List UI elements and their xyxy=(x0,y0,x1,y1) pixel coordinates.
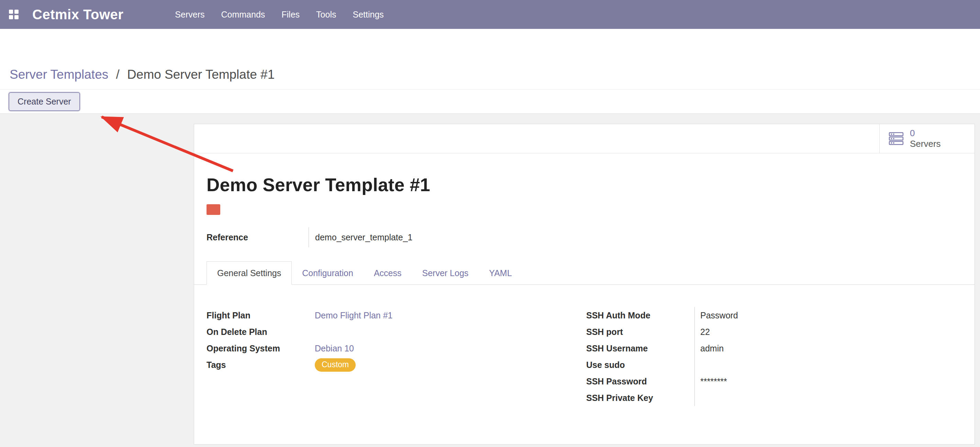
card-header: 0 Servers xyxy=(194,124,975,153)
reference-value: demo_server_template_1 xyxy=(309,227,413,247)
servers-count-label: Servers xyxy=(910,139,941,149)
menu-files[interactable]: Files xyxy=(282,10,300,19)
menu-commands[interactable]: Commands xyxy=(221,10,265,19)
tab-server-logs[interactable]: Server Logs xyxy=(412,261,479,285)
tab-access[interactable]: Access xyxy=(364,261,412,285)
ssh-password-value: ******** xyxy=(694,373,797,390)
main-menu: Servers Commands Files Tools Settings xyxy=(175,10,383,19)
create-server-button[interactable]: Create Server xyxy=(9,92,80,111)
field-ssh-password: SSH Password ******** xyxy=(586,373,797,390)
flight-plan-link[interactable]: Demo Flight Plan #1 xyxy=(315,307,393,324)
field-ssh-private-key: SSH Private Key xyxy=(586,390,797,406)
field-use-sudo: Use sudo xyxy=(586,356,797,373)
tab-general-settings[interactable]: General Settings xyxy=(207,261,292,285)
top-navbar: Cetmix Tower Servers Commands Files Tool… xyxy=(0,0,980,29)
field-label: Use sudo xyxy=(586,360,694,370)
field-tags: Tags Custom xyxy=(207,356,393,373)
field-label: SSH Private Key xyxy=(586,393,694,403)
action-bar: Create Server xyxy=(0,89,980,114)
field-label: SSH port xyxy=(586,327,694,337)
field-label: SSH Auth Mode xyxy=(586,310,694,321)
page-title: Demo Server Template #1 xyxy=(207,174,430,195)
field-label: SSH Username xyxy=(586,343,694,353)
breadcrumb-current: Demo Server Template #1 xyxy=(127,67,275,81)
breadcrumb-parent-link[interactable]: Server Templates xyxy=(10,67,108,81)
field-label: Operating System xyxy=(207,343,315,353)
reference-field: Reference demo_server_template_1 xyxy=(207,227,413,247)
apps-grid-icon[interactable] xyxy=(9,10,19,19)
field-label: Tags xyxy=(207,360,315,370)
reference-label: Reference xyxy=(207,232,309,243)
ssh-username-value: admin xyxy=(694,340,797,356)
menu-tools[interactable]: Tools xyxy=(316,10,336,19)
template-color-swatch[interactable] xyxy=(207,204,220,215)
field-label: SSH Password xyxy=(586,377,694,386)
field-group-left: Flight Plan Demo Flight Plan #1 On Delet… xyxy=(207,307,393,373)
breadcrumb-separator: / xyxy=(116,67,119,81)
servers-stack-icon xyxy=(889,132,904,145)
control-panel: Server Templates / Demo Server Template … xyxy=(0,29,980,89)
field-label: On Delete Plan xyxy=(207,327,315,337)
servers-stat-button[interactable]: 0 Servers xyxy=(879,124,975,153)
breadcrumb: Server Templates / Demo Server Template … xyxy=(10,67,275,82)
ssh-private-key-value xyxy=(694,390,797,406)
brand-title[interactable]: Cetmix Tower xyxy=(32,7,123,22)
field-label: Flight Plan xyxy=(207,310,315,321)
field-group-right: SSH Auth Mode Password SSH port 22 SSH U… xyxy=(586,307,797,406)
field-on-delete-plan: On Delete Plan xyxy=(207,324,393,340)
operating-system-link[interactable]: Debian 10 xyxy=(315,340,354,356)
field-ssh-port: SSH port 22 xyxy=(586,324,797,340)
field-flight-plan: Flight Plan Demo Flight Plan #1 xyxy=(207,307,393,324)
tab-configuration[interactable]: Configuration xyxy=(292,261,364,285)
menu-settings[interactable]: Settings xyxy=(353,10,383,19)
use-sudo-value xyxy=(694,356,797,373)
tab-yaml[interactable]: YAML xyxy=(479,261,522,285)
field-operating-system: Operating System Debian 10 xyxy=(207,340,393,356)
ssh-auth-mode-value: Password xyxy=(694,307,797,324)
menu-servers[interactable]: Servers xyxy=(175,10,204,19)
form-tabs: General Settings Configuration Access Se… xyxy=(194,261,975,285)
ssh-port-value: 22 xyxy=(694,324,797,340)
tag-custom: Custom xyxy=(315,358,356,372)
servers-count: 0 xyxy=(910,128,941,139)
field-ssh-username: SSH Username admin xyxy=(586,340,797,356)
server-template-form: 0 Servers Demo Server Template #1 Refere… xyxy=(194,124,975,445)
field-ssh-auth-mode: SSH Auth Mode Password xyxy=(586,307,797,324)
